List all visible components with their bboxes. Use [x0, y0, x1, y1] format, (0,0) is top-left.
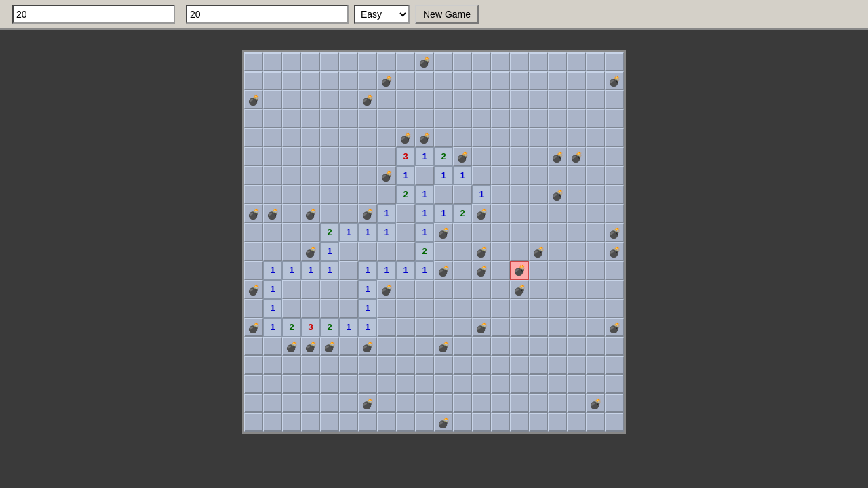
cell-15-18[interactable] [586, 337, 605, 356]
cell-14-14[interactable] [510, 318, 529, 337]
cell-10-9[interactable]: 2 [415, 242, 434, 261]
cell-9-13[interactable] [491, 223, 510, 242]
cell-14-6[interactable]: 1 [358, 318, 377, 337]
cell-11-4[interactable]: 1 [320, 261, 339, 280]
cell-12-19[interactable] [605, 280, 624, 299]
cell-0-1[interactable] [263, 52, 282, 71]
cell-4-19[interactable] [605, 128, 624, 147]
cell-0-16[interactable] [548, 52, 567, 71]
cell-16-14[interactable] [510, 356, 529, 375]
cell-8-9[interactable]: 1 [415, 204, 434, 223]
cell-11-16[interactable] [548, 261, 567, 280]
cell-14-8[interactable] [396, 318, 415, 337]
cell-8-16[interactable] [548, 204, 567, 223]
cell-19-1[interactable] [263, 413, 282, 432]
cell-16-19[interactable] [605, 356, 624, 375]
cell-14-17[interactable] [567, 318, 586, 337]
cell-1-17[interactable] [567, 71, 586, 90]
cell-19-14[interactable] [510, 413, 529, 432]
cell-9-15[interactable] [529, 223, 548, 242]
cell-6-16[interactable] [548, 166, 567, 185]
cell-6-2[interactable] [282, 166, 301, 185]
cell-15-12[interactable] [472, 337, 491, 356]
cell-13-8[interactable] [396, 299, 415, 318]
cell-19-7[interactable] [377, 413, 396, 432]
cell-3-4[interactable] [320, 109, 339, 128]
cell-14-0[interactable]: 💣 [244, 318, 263, 337]
cell-14-12[interactable]: 💣 [472, 318, 491, 337]
cell-7-9[interactable]: 1 [415, 185, 434, 204]
cell-0-0[interactable] [244, 52, 263, 71]
cell-17-15[interactable] [529, 375, 548, 394]
cell-15-15[interactable] [529, 337, 548, 356]
cell-11-3[interactable]: 1 [301, 261, 320, 280]
cell-16-3[interactable] [301, 356, 320, 375]
cell-9-18[interactable] [586, 223, 605, 242]
cell-15-19[interactable] [605, 337, 624, 356]
cell-1-10[interactable] [434, 71, 453, 90]
cell-0-8[interactable] [396, 52, 415, 71]
cell-9-7[interactable]: 1 [377, 223, 396, 242]
cell-18-14[interactable] [510, 394, 529, 413]
cell-5-16[interactable]: 💣 [548, 147, 567, 166]
cell-9-0[interactable] [244, 223, 263, 242]
cell-5-18[interactable] [586, 147, 605, 166]
cell-7-19[interactable] [605, 185, 624, 204]
cell-11-9[interactable]: 1 [415, 261, 434, 280]
cell-0-5[interactable] [339, 52, 358, 71]
cell-9-14[interactable] [510, 223, 529, 242]
cell-11-18[interactable] [586, 261, 605, 280]
cell-3-13[interactable] [491, 109, 510, 128]
cell-5-6[interactable] [358, 147, 377, 166]
cell-12-3[interactable] [301, 280, 320, 299]
cell-19-11[interactable] [453, 413, 472, 432]
cell-0-11[interactable] [453, 52, 472, 71]
cell-4-10[interactable] [434, 128, 453, 147]
cell-7-13[interactable] [491, 185, 510, 204]
cell-13-11[interactable] [453, 299, 472, 318]
cell-5-19[interactable] [605, 147, 624, 166]
cell-1-1[interactable] [263, 71, 282, 90]
cell-8-0[interactable]: 💣 [244, 204, 263, 223]
cell-6-4[interactable] [320, 166, 339, 185]
cell-16-18[interactable] [586, 356, 605, 375]
cell-2-5[interactable] [339, 90, 358, 109]
cell-16-1[interactable] [263, 356, 282, 375]
cell-18-16[interactable] [548, 394, 567, 413]
cell-12-9[interactable] [415, 280, 434, 299]
cell-6-0[interactable] [244, 166, 263, 185]
cell-3-15[interactable] [529, 109, 548, 128]
cell-18-8[interactable] [396, 394, 415, 413]
cell-16-10[interactable] [434, 356, 453, 375]
cell-10-3[interactable]: 💣 [301, 242, 320, 261]
cell-8-19[interactable] [605, 204, 624, 223]
cell-19-13[interactable] [491, 413, 510, 432]
cell-0-10[interactable] [434, 52, 453, 71]
cell-8-17[interactable] [567, 204, 586, 223]
cell-15-4[interactable]: 💣 [320, 337, 339, 356]
cell-12-10[interactable] [434, 280, 453, 299]
cell-18-3[interactable] [301, 394, 320, 413]
cell-19-0[interactable] [244, 413, 263, 432]
cell-10-19[interactable]: 💣 [605, 242, 624, 261]
cell-18-2[interactable] [282, 394, 301, 413]
cell-2-1[interactable] [263, 90, 282, 109]
cell-13-14[interactable] [510, 299, 529, 318]
cell-6-12[interactable] [472, 166, 491, 185]
cell-7-8[interactable]: 2 [396, 185, 415, 204]
cell-8-14[interactable] [510, 204, 529, 223]
cell-2-9[interactable] [415, 90, 434, 109]
cell-6-8[interactable]: 1 [396, 166, 415, 185]
cell-16-4[interactable] [320, 356, 339, 375]
cell-17-1[interactable] [263, 375, 282, 394]
cell-19-4[interactable] [320, 413, 339, 432]
cell-3-11[interactable] [453, 109, 472, 128]
cell-3-7[interactable] [377, 109, 396, 128]
cell-18-0[interactable] [244, 394, 263, 413]
cell-7-2[interactable] [282, 185, 301, 204]
cell-18-15[interactable] [529, 394, 548, 413]
cell-2-3[interactable] [301, 90, 320, 109]
cell-17-3[interactable] [301, 375, 320, 394]
cell-11-2[interactable]: 1 [282, 261, 301, 280]
cell-19-19[interactable] [605, 413, 624, 432]
